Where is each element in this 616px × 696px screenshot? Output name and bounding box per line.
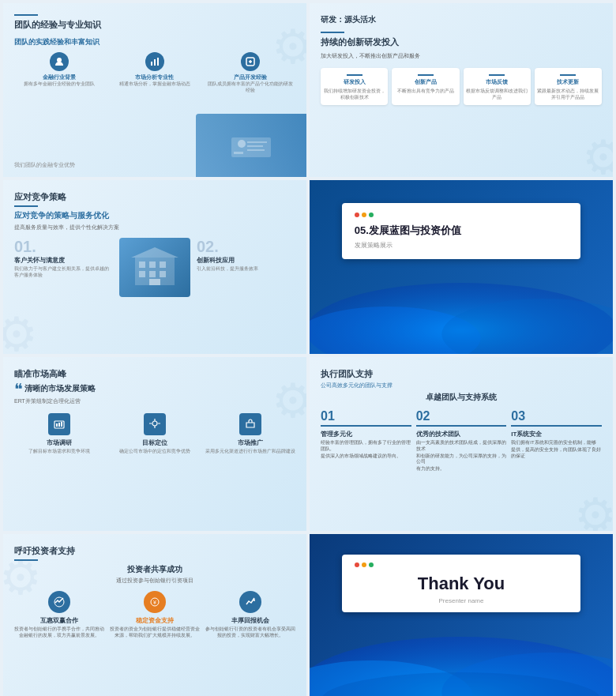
comp-title-1: 客户关怀与满意度: [14, 256, 113, 265]
comp-num-2: 02.: [197, 238, 295, 256]
dot-yellow-ty: [362, 562, 366, 567]
comp-desc-2: 引入前沿科技，提升服务效率: [197, 266, 295, 273]
svg-point-6: [238, 140, 246, 148]
blueprint-main-title: 发展蓝图与投资价值: [369, 224, 461, 236]
inv-col-returns: 丰厚回报机会 参与创始银行引资的投资者有机会享受高回报的投资，实现财富大幅增长。: [205, 591, 295, 639]
quote-icon: ❝: [14, 382, 23, 397]
inv-col2-title: 稳定资金支持: [110, 616, 201, 625]
slide3-desc: 提高服务质量与效率，提供个性化解决方案: [14, 224, 295, 231]
exec-col1-title: 管理多元化: [321, 430, 411, 438]
slide-investor: ⚙ 呼吁投资者支持 投资者共享成功 通过投资参与创始银行引资项目 互惠双赢合作 …: [3, 534, 306, 696]
slide6-tag: 公司高效多元化的团队与支撑: [321, 382, 602, 389]
box-research: 研发投入 我们持续增加研发资金投资，积极创新技术: [321, 68, 388, 105]
exec-col1-item2: 提供深入的市场领域战略建议的导向。: [321, 453, 411, 460]
market-col3-desc: 采用多元化渠道进行行市场推广和品牌建设: [205, 449, 295, 455]
slide6-title: 执行团队支持: [321, 368, 602, 380]
svg-rect-12: [139, 261, 145, 268]
market-icon: [145, 52, 164, 71]
slide7-desc: 通过投资参与创始银行引资项目: [14, 577, 295, 585]
slide-market: ⚙ 瞄准市场高峰 ❝ 清晰的市场发展策略 ERT并策组制定合理化运营 市场调研 …: [3, 357, 306, 531]
slide5-subtitle: 清晰的市场发展策略: [24, 383, 96, 394]
thankyou-card-dots: [355, 562, 569, 567]
inv-col1-desc: 投资者与创始银行的手携手合作，共同推动金融银行的发展，双方共赢前景发展。: [14, 626, 105, 639]
inv-col1-title: 互惠双赢合作: [14, 616, 105, 625]
slide1-icons: 金融行业背景 拥有多年金融行业经验的专业团队 市场分析专业性 精通市场分析，掌握…: [14, 52, 295, 94]
slide-blueprint: 05.发展蓝图与投资价值 发展策略展示: [310, 180, 613, 354]
svg-text:¥: ¥: [153, 600, 156, 605]
exec-col-it: 03 IT系统安全 我们拥有IT系统和完善的安全机制，能够 提供，提高的安全支持…: [511, 409, 602, 473]
svg-rect-8: [247, 141, 267, 143]
slide-research: ⚙ 研发：源头活水 持续的创新研发投入 加大研发投入，不断推出创新产品和服务 研…: [310, 3, 613, 177]
market-promotion-icon: [239, 413, 261, 435]
inv-col-funding: ¥ 稳定资金支持 投资者的资金为创始银行提供稳健经营资金来源，帮助我们扩大规模并…: [110, 591, 201, 639]
blueprint-subtitle: 发展策略展示: [355, 241, 569, 250]
slide5-desc: ERT并策组制定合理化运营: [14, 397, 295, 405]
box3-title: 市场反馈: [466, 78, 528, 86]
box-tech: 技术更新 紧跟最新技术动态，持续发展并引用于产品品: [535, 68, 602, 105]
dot-red: [355, 213, 359, 217]
investor-cols: 互惠双赢合作 投资者与创始银行的手携手合作，共同推动金融银行的发展，双方共赢前景…: [14, 591, 295, 639]
inv-icon-2: ¥: [144, 591, 166, 613]
finance-icon: [50, 52, 69, 71]
exec-line-3: [511, 425, 602, 427]
card-dots: [355, 213, 569, 217]
slide2-title: 研发：源头活水: [321, 14, 602, 25]
svg-rect-3: [157, 58, 159, 66]
svg-point-26: [152, 421, 157, 426]
svg-rect-24: [58, 423, 60, 427]
market-col1-desc: 了解目标市场需求和竞争环境: [14, 449, 105, 455]
icon-finance: 金融行业背景 拥有多年金融行业经验的专业团队: [14, 52, 103, 94]
exec-col2-item1: 由一支高素质的技术团队组成，提供深厚的技术: [416, 440, 507, 453]
dot-red-ty: [355, 562, 359, 567]
exec-num-1: 01: [321, 409, 411, 423]
thankyou-title: Thank You: [355, 574, 569, 594]
box-market-feedback: 市场反馈 根据市场反馈调整和改进我们产品: [464, 68, 531, 105]
comp-left: 01. 客户关怀与满意度 我们致力于与客户建立长期关系，提供卓越的客户服务体验: [14, 238, 113, 279]
competition-content: 01. 客户关怀与满意度 我们致力于与客户建立长期关系，提供卓越的客户服务体验: [14, 238, 295, 297]
box1-title: 研发投入: [323, 78, 385, 86]
team-photo: [196, 114, 306, 177]
slide2-desc: 加大研发投入，不断推出创新产品和服务: [321, 52, 602, 60]
research-boxes: 研发投入 我们持续增加研发资金投资，积极创新技术 创新产品 不断推出具有竞争力的…: [321, 68, 602, 105]
slide1-title: 团队的经验与专业知识: [14, 19, 295, 31]
inv-col-cooperation: 互惠双赢合作 投资者与创始银行的手携手合作，共同推动金融银行的发展，双方共赢前景…: [14, 591, 105, 639]
exec-col3-item1: 我们拥有IT系统和完善的安全机制，能够: [511, 440, 602, 446]
product-icon: [241, 52, 260, 71]
inv-col3-title: 丰厚回报机会: [205, 616, 295, 625]
svg-rect-13: [149, 261, 156, 268]
icon1-label: 金融行业背景: [14, 73, 103, 81]
svg-rect-1: [151, 62, 152, 66]
slide7-title: 呼吁投资者支持: [14, 545, 295, 557]
slide-team-experience: ⚙ 团队的经验与专业知识 团队的实践经验和丰富知识 金融行业背景 拥有多年金融行…: [3, 3, 306, 177]
slide5-title: 瞄准市场高峰: [14, 368, 295, 380]
comp-title-2: 创新科技应用: [197, 256, 295, 265]
thankyou-wave: [310, 621, 613, 696]
exec-col2-item2: 和创新的研发能力，为公司深厚的支持，为公司: [416, 453, 507, 466]
exec-cols: 01 管理多元化 经验丰富的管理团队，拥有多了行业的管理团队, 提供深入的市场领…: [321, 409, 602, 473]
blueprint-card: 05.发展蓝图与投资价值 发展策略展示: [342, 203, 581, 259]
comp-num-1: 01.: [14, 238, 113, 256]
slide-competition: ⚙ 应对竞争策略 应对竞争的策略与服务优化 提高服务质量与效率，提供个性化解决方…: [3, 180, 306, 354]
inv-col2-desc: 投资者的资金为创始银行提供稳健经营资金来源，帮助我们扩大规模并持续发展。: [110, 626, 201, 639]
slide3-subtitle: 应对竞争的策略与服务优化: [14, 210, 295, 221]
market-positioning-icon: [144, 413, 166, 435]
exec-line-2: [416, 425, 507, 427]
slide1-bottom: 我们团队的金融专业优势: [14, 161, 75, 169]
building-image: [119, 238, 190, 297]
box2-desc: 不断推出具有竞争力的产品: [394, 88, 456, 95]
exec-col3-title: IT系统安全: [511, 430, 602, 438]
slide7-subtitle: 投资者共享成功: [14, 564, 295, 575]
comp-desc-1: 我们致力于与客户建立长期关系，提供卓越的客户服务体验: [14, 266, 113, 279]
icon-product: 产品开发经验 团队成员拥有丰富的产品个化功能的研发经验: [206, 52, 295, 94]
exec-col-management: 01 管理多元化 经验丰富的管理团队，拥有多了行业的管理团队, 提供深入的市场领…: [321, 409, 411, 473]
svg-rect-10: [247, 149, 265, 151]
dot-yellow: [362, 213, 366, 217]
presentation-grid: ⚙ 团队的经验与专业知识 团队的实践经验和丰富知识 金融行业背景 拥有多年金融行…: [0, 0, 616, 696]
exec-col3-item2: 提供，提高的安全支持，向团队体现了良好的保证: [511, 447, 602, 460]
slide-thankyou: Thank You Presenter name: [310, 534, 613, 696]
slide3-title: 应对竞争策略: [14, 191, 295, 203]
icon1-desc: 拥有多年金融行业经验的专业团队: [14, 81, 103, 88]
inv-icon-1: [48, 591, 70, 613]
slide-exec-team: ⚙ 执行团队支持 公司高效多元化的团队与支撑 卓越团队与支持系统 01 管理多元…: [310, 357, 613, 531]
box3-desc: 根据市场反馈调整和改进我们产品: [466, 88, 528, 101]
